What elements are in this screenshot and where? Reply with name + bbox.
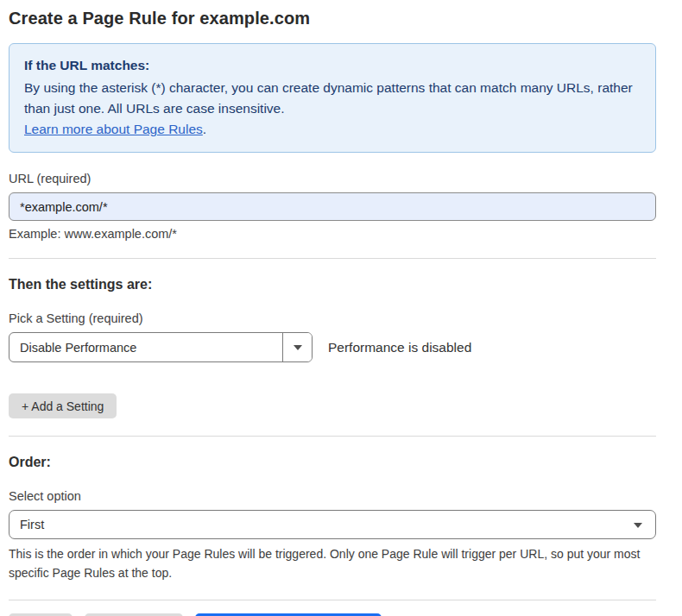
divider	[9, 600, 656, 600]
order-select-label: Select option	[9, 489, 656, 503]
url-matches-info-box: If the URL matches: By using the asteris…	[9, 43, 656, 153]
order-select-value: First	[20, 518, 44, 531]
link-suffix: .	[203, 122, 206, 136]
chevron-down-icon	[294, 345, 302, 350]
learn-more-link[interactable]: Learn more about Page Rules	[24, 122, 203, 136]
url-example-text: Example: www.example.com/*	[9, 227, 656, 241]
info-box-link-line: Learn more about Page Rules.	[24, 119, 641, 140]
info-box-body: By using the asterisk (*) character, you…	[24, 78, 641, 119]
setting-row: Disable Performance Performance is disab…	[9, 332, 656, 362]
order-help-text: This is the order in which your Page Rul…	[9, 544, 656, 582]
order-select[interactable]: First	[9, 510, 656, 539]
settings-section-heading: Then the settings are:	[9, 277, 656, 292]
url-input[interactable]	[9, 192, 656, 221]
order-section-heading: Order:	[9, 455, 656, 470]
url-label: URL (required)	[9, 172, 656, 185]
chevron-down-icon	[634, 523, 642, 528]
pick-setting-label: Pick a Setting (required)	[9, 311, 656, 325]
setting-select-value: Disable Performance	[9, 333, 282, 361]
setting-status-text: Performance is disabled	[328, 340, 471, 355]
setting-select[interactable]: Disable Performance	[9, 332, 313, 362]
page-title: Create a Page Rule for example.com	[9, 9, 656, 28]
setting-select-arrow-button[interactable]	[282, 333, 312, 361]
page-rule-form: Create a Page Rule for example.com If th…	[9, 0, 656, 616]
divider	[9, 436, 656, 437]
divider	[9, 258, 656, 259]
info-box-heading: If the URL matches:	[24, 55, 641, 76]
add-setting-button[interactable]: + Add a Setting	[9, 393, 117, 418]
